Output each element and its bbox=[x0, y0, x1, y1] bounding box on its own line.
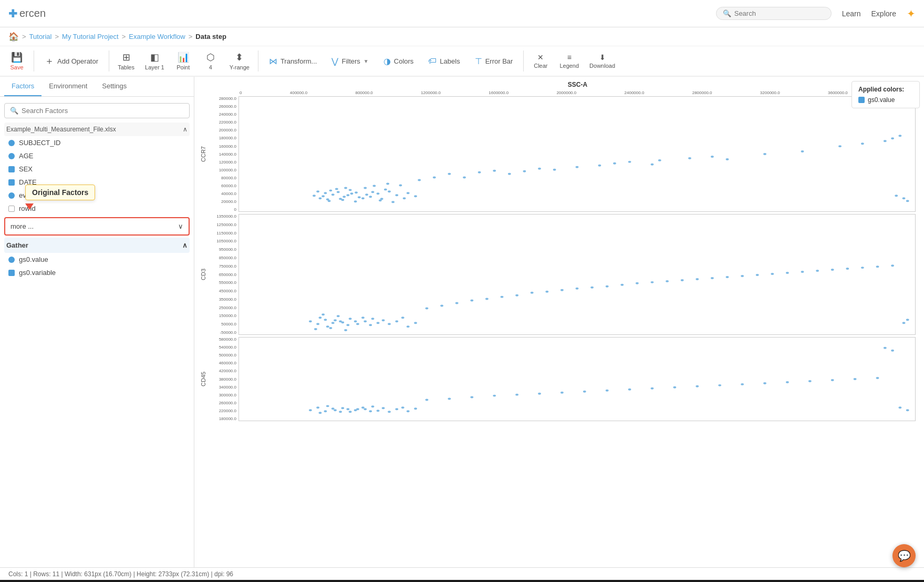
svg-point-95 bbox=[470, 300, 473, 302]
clear-button[interactable]: ✕ Clear bbox=[528, 51, 553, 71]
breadcrumb-workflow[interactable]: Example Workflow bbox=[129, 33, 185, 40]
search-input[interactable] bbox=[734, 9, 825, 17]
svg-point-63 bbox=[613, 162, 616, 165]
factor-age[interactable]: AGE bbox=[4, 149, 190, 162]
svg-point-132 bbox=[316, 406, 319, 409]
top-navigation: ✚ ercen 🔍 Learn Explore ✦ bbox=[0, 0, 924, 27]
svg-point-110 bbox=[695, 278, 699, 280]
svg-point-65 bbox=[658, 159, 661, 161]
svg-point-107 bbox=[651, 281, 654, 283]
tab-environment[interactable]: Environment bbox=[41, 77, 95, 96]
tab-settings[interactable]: Settings bbox=[95, 77, 134, 96]
global-search[interactable]: 🔍 bbox=[716, 7, 832, 20]
add-icon: ＋ bbox=[45, 55, 54, 67]
logo-cross: ✚ bbox=[8, 7, 17, 20]
tables-label: Tables bbox=[118, 64, 134, 70]
breadcrumb-tutorial[interactable]: Tutorial bbox=[29, 33, 52, 40]
svg-point-105 bbox=[620, 284, 624, 286]
search-factors-wrap[interactable]: 🔍 bbox=[4, 103, 190, 118]
add-operator-button[interactable]: ＋ Add Operator bbox=[38, 52, 105, 70]
transform-button[interactable]: ⋈ Transform... bbox=[263, 53, 324, 69]
factor-sex[interactable]: SEX bbox=[4, 162, 190, 176]
svg-point-161 bbox=[560, 392, 564, 394]
svg-point-5 bbox=[342, 196, 346, 198]
svg-point-168 bbox=[718, 384, 721, 386]
svg-point-23 bbox=[355, 191, 358, 193]
yrange-button[interactable]: ⬍ Y-range bbox=[225, 49, 254, 73]
y-ticks-cd45: 180000.0 220000.0 260000.0 300000.0 3400… bbox=[208, 337, 238, 421]
svg-point-130 bbox=[344, 329, 347, 331]
svg-point-167 bbox=[695, 385, 699, 387]
factor-gs0-variable[interactable]: gs0.variable bbox=[4, 266, 190, 279]
labels-icon: 🏷 bbox=[428, 56, 437, 66]
point-label: Point bbox=[177, 64, 190, 70]
svg-point-73 bbox=[346, 324, 349, 326]
tables-icon: ⊞ bbox=[122, 52, 130, 63]
yrange-label: Y-range bbox=[230, 64, 250, 70]
svg-point-99 bbox=[531, 292, 534, 294]
file-header[interactable]: Example_Multi_Measurement_File.xlsx ∧ bbox=[4, 122, 190, 136]
labels-button[interactable]: 🏷 Labels bbox=[422, 53, 466, 69]
svg-point-123 bbox=[891, 264, 894, 267]
filters-button[interactable]: ⋁ Filters ▼ bbox=[325, 53, 375, 69]
error-bar-button[interactable]: ⊤ Error Bar bbox=[469, 53, 520, 69]
applied-colors-title: Applied colors: bbox=[858, 86, 913, 93]
svg-point-137 bbox=[319, 412, 322, 414]
explore-link[interactable]: Explore bbox=[871, 9, 896, 18]
tab-factors[interactable]: Factors bbox=[4, 77, 41, 96]
gather-header[interactable]: Gather ∧ bbox=[4, 238, 190, 253]
layer1-label: Layer 1 bbox=[145, 64, 164, 70]
more-header[interactable]: more ... ∨ bbox=[5, 218, 189, 234]
tooltip-original-factors: Original Factors bbox=[25, 185, 95, 200]
home-icon[interactable]: 🏠 bbox=[8, 32, 19, 42]
svg-point-70 bbox=[324, 319, 327, 321]
point-button[interactable]: 📊 Point bbox=[171, 49, 196, 73]
gather-section: Gather ∧ gs0.value gs0.variable bbox=[4, 238, 190, 279]
svg-point-71 bbox=[331, 322, 335, 324]
svg-point-16 bbox=[371, 191, 375, 193]
chart-scroll[interactable]: Applied colors: gs0.value SSC-A 0 400000… bbox=[194, 77, 924, 567]
file-section: Example_Multi_Measurement_File.xlsx ∧ SU… bbox=[4, 122, 190, 215]
dot-icon bbox=[8, 257, 15, 263]
tables-button[interactable]: ⊞ Tables bbox=[113, 49, 139, 73]
dot-icon bbox=[8, 153, 15, 159]
star-icon[interactable]: ✦ bbox=[907, 7, 916, 20]
sep3 bbox=[258, 50, 258, 72]
svg-point-160 bbox=[538, 393, 541, 395]
svg-point-62 bbox=[598, 165, 601, 167]
num4-button[interactable]: ⬡ 4 bbox=[198, 49, 223, 73]
colors-button[interactable]: ◑ Colors bbox=[377, 53, 420, 69]
applied-colors-panel: Applied colors: gs0.value bbox=[852, 81, 920, 108]
svg-point-155 bbox=[425, 399, 429, 401]
dot-icon bbox=[8, 192, 15, 199]
svg-point-43 bbox=[763, 153, 766, 155]
more-label: more ... bbox=[11, 222, 34, 230]
svg-point-140 bbox=[341, 407, 344, 409]
layer1-button[interactable]: ◧ Layer 1 bbox=[141, 49, 169, 73]
svg-point-54 bbox=[433, 177, 436, 179]
breadcrumb-project[interactable]: My Tutorial Project bbox=[62, 33, 119, 40]
factor-subject-id[interactable]: SUBJECT_ID bbox=[4, 136, 190, 149]
search-factors-input[interactable] bbox=[22, 107, 184, 115]
search-icon: 🔍 bbox=[723, 9, 731, 17]
app-logo[interactable]: ✚ ercen bbox=[8, 7, 46, 20]
save-button[interactable]: 💾 Save bbox=[4, 49, 29, 73]
legend-icon: ≡ bbox=[567, 53, 572, 62]
learn-link[interactable]: Learn bbox=[842, 9, 861, 18]
chat-button[interactable]: 💬 bbox=[892, 544, 916, 567]
svg-point-33 bbox=[399, 184, 402, 186]
error-bar-label: Error Bar bbox=[485, 57, 513, 65]
download-button[interactable]: ⬇ Download bbox=[585, 51, 619, 71]
add-operator-label: Add Operator bbox=[57, 57, 98, 65]
svg-point-67 bbox=[711, 156, 714, 158]
svg-point-84 bbox=[371, 318, 375, 320]
svg-point-145 bbox=[369, 410, 372, 412]
svg-point-21 bbox=[329, 189, 333, 191]
svg-point-57 bbox=[493, 170, 496, 172]
factor-gs0-value[interactable]: gs0.value bbox=[4, 253, 190, 266]
download-icon: ⬇ bbox=[599, 53, 606, 62]
factor-event-id[interactable]: event_id Original Factors bbox=[4, 189, 190, 202]
svg-point-115 bbox=[771, 273, 774, 275]
svg-point-12 bbox=[365, 193, 368, 196]
legend-button[interactable]: ≡ Legend bbox=[555, 51, 583, 71]
